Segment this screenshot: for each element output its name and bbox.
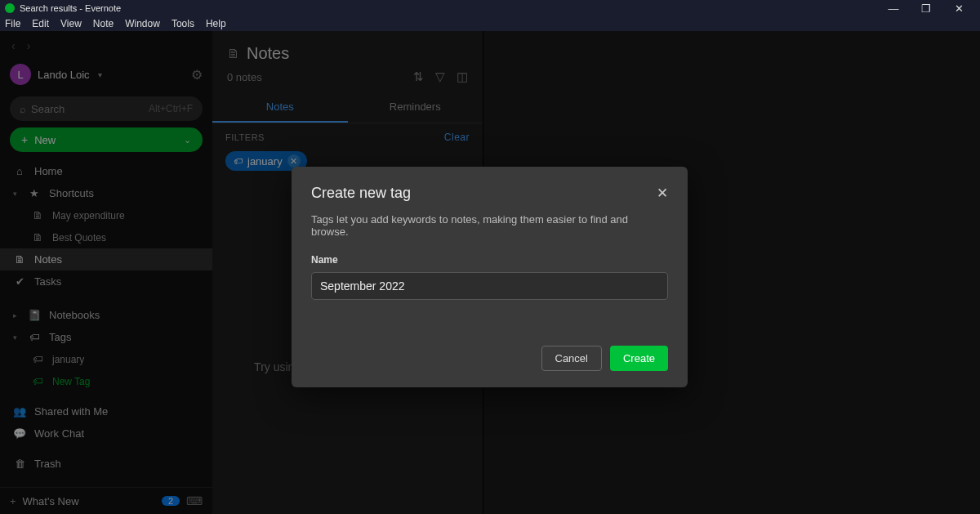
window-close[interactable]: ✕ bbox=[942, 2, 975, 15]
menu-help[interactable]: Help bbox=[206, 18, 226, 29]
modal-close-icon[interactable]: ✕ bbox=[657, 185, 668, 202]
app-icon bbox=[5, 3, 15, 13]
modal-name-label: Name bbox=[311, 254, 668, 266]
menu-window[interactable]: Window bbox=[125, 18, 160, 29]
title-bar: Search results - Evernote — ❐ ✕ bbox=[0, 0, 980, 16]
menu-file[interactable]: File bbox=[5, 18, 20, 29]
window-minimize[interactable]: — bbox=[877, 2, 910, 15]
menu-edit[interactable]: Edit bbox=[32, 18, 49, 29]
menu-bar: File Edit View Note Window Tools Help bbox=[0, 16, 980, 31]
menu-note[interactable]: Note bbox=[93, 18, 114, 29]
create-tag-modal: Create new tag ✕ Tags let you add keywor… bbox=[292, 167, 688, 387]
window-maximize[interactable]: ❐ bbox=[910, 2, 942, 15]
tag-name-input[interactable] bbox=[311, 272, 668, 300]
modal-title: Create new tag bbox=[311, 185, 411, 202]
create-button[interactable]: Create bbox=[610, 346, 668, 371]
menu-view[interactable]: View bbox=[60, 18, 82, 29]
modal-description: Tags let you add keywords to notes, maki… bbox=[311, 213, 668, 238]
menu-tools[interactable]: Tools bbox=[172, 18, 194, 29]
cancel-button[interactable]: Cancel bbox=[541, 346, 602, 371]
window-title: Search results - Evernote bbox=[20, 3, 121, 13]
